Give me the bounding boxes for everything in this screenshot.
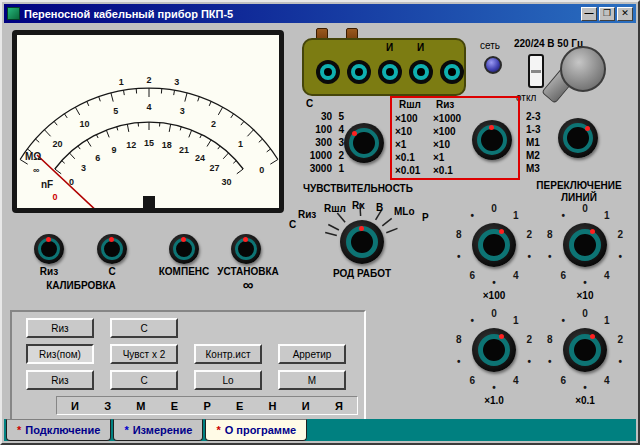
power-indicator-lamp	[484, 56, 502, 74]
dial-digit: 8	[547, 333, 553, 344]
tab-star-icon: *	[216, 424, 220, 436]
meter-mohm-label: 1	[238, 139, 243, 149]
measurements-letters: ИЗМЕРЕНИЯ	[56, 396, 358, 415]
mode-option-label: Р	[422, 212, 429, 223]
dial-digit: 0	[491, 308, 497, 319]
push-button-col3-2[interactable]: Lo	[194, 370, 262, 390]
knob-pointer-dot	[499, 229, 504, 234]
rshl-header: Rшл	[399, 99, 421, 110]
line-switch-option: 1-3	[526, 123, 560, 136]
dial-digit: 0	[491, 203, 497, 214]
calibration-label: КАЛИБРОВКА	[26, 280, 136, 291]
terminal-socket-1[interactable]	[316, 60, 340, 84]
knob-pointer-dot	[359, 226, 364, 231]
knob-pointer-dot	[243, 237, 248, 242]
decade-dial-knob[interactable]	[563, 328, 607, 372]
push-button-col2-3[interactable]: С	[110, 370, 178, 390]
terminal-i-label: И	[417, 42, 424, 53]
dial-dot: •	[561, 210, 565, 221]
mode-knob[interactable]	[340, 220, 384, 264]
multiplier-scale: ×100×1000×10×100×1×10×0.1×1×0.01×0.1	[395, 112, 469, 177]
dial-digit: 8	[547, 228, 553, 239]
push-button-col1-2[interactable]: Rиз(пом)	[26, 344, 94, 364]
dial-digit: 2	[526, 228, 532, 239]
push-button-col1-3[interactable]: Rиз	[26, 370, 94, 390]
push-button-col3-1[interactable]: Контр.ист	[194, 344, 262, 364]
terminal-socket-2[interactable]	[347, 60, 371, 84]
meter-nf-label: 12	[126, 140, 136, 150]
bottom-tab-1[interactable]: *Подключение	[6, 419, 111, 441]
dial-digit: 0	[582, 203, 588, 214]
mains-connector-knob[interactable]	[560, 46, 606, 92]
mode-option-label: Rх	[352, 200, 365, 211]
meter-nf-label: 21	[179, 145, 189, 155]
bottom-tab-3[interactable]: *О программе	[205, 419, 307, 441]
dial-digit: 1	[513, 210, 519, 221]
analog-meter: МΩ nF 0 ∞2010543210036912151821242730123	[12, 30, 284, 213]
sensitivity-knob[interactable]	[344, 123, 384, 163]
decade-dial-x01[interactable]: 012•4•6•8•	[540, 305, 630, 395]
dial-dot: •	[527, 251, 531, 262]
close-button[interactable]: ✕	[617, 7, 633, 21]
multiplier-knob[interactable]	[472, 120, 512, 160]
meter-nf-label: 6	[95, 153, 100, 163]
dial-dot: •	[470, 210, 474, 221]
tab-label: Измерение	[133, 424, 193, 436]
meter-mohm-label: 4	[146, 102, 151, 112]
maximize-button[interactable]: ❐	[599, 7, 615, 21]
meter-mohm-label: 0	[259, 165, 264, 175]
push-button-col4-1[interactable]: Арретир	[278, 344, 346, 364]
power-switch[interactable]	[528, 54, 544, 88]
decade-dial-knob[interactable]	[563, 223, 607, 267]
decade-dial-knob[interactable]	[472, 328, 516, 372]
decade-dial-x1[interactable]: 012•4•6•8•	[449, 305, 539, 395]
dial-dot: •	[618, 251, 622, 262]
dial-digit: 6	[469, 374, 475, 385]
knob-pointer-dot	[46, 237, 51, 242]
meter-nf-label: 27	[209, 163, 219, 173]
meter-mohm-label: 10	[80, 119, 90, 129]
c-knob-label: С	[90, 266, 134, 277]
title-bar[interactable]: Переносной кабельный прибор ПКП-5 — ❐ ✕	[4, 4, 636, 23]
push-button-col2-1[interactable]: С	[110, 318, 178, 338]
multiplier-option: ×0.1×1	[395, 151, 469, 164]
dial-digit: 6	[469, 269, 475, 280]
compensation-knob[interactable]	[169, 234, 199, 264]
riz-calibration-knob[interactable]	[34, 234, 64, 264]
meter-zero-mark: 0	[52, 192, 57, 202]
dial-digit: 4	[513, 374, 519, 385]
tab-bar: *Подключение*Измерение*О программе	[4, 419, 636, 441]
line-switch-scale: 2-31-3M1M2M3	[526, 110, 560, 175]
terminal-socket-5[interactable]	[440, 60, 464, 84]
dial-digit: 6	[560, 269, 566, 280]
app-icon	[7, 7, 20, 20]
push-button-col1-1[interactable]: Rиз	[26, 318, 94, 338]
meter-mohm-label: 3	[180, 106, 185, 116]
decade-dial-x10[interactable]: 012•4•6•8•	[540, 200, 630, 290]
terminal-socket-3[interactable]	[378, 60, 402, 84]
dial-dot: •	[457, 356, 461, 367]
decade-dial-x100[interactable]: 012•4•6•8•	[449, 200, 539, 290]
c-calibration-knob[interactable]	[97, 234, 127, 264]
mode-option-label: Rиз	[298, 209, 316, 220]
dial-digit: 1	[513, 315, 519, 326]
mode-tick	[337, 213, 345, 222]
sensitivity-label: ЧУВСТВИТЕЛЬНОСТЬ	[294, 183, 422, 194]
dial-digit: 2	[526, 333, 532, 344]
meter-nf-label: 9	[111, 145, 116, 155]
measurement-letter: З	[104, 400, 111, 412]
decade-dial-knob[interactable]	[472, 223, 516, 267]
push-button-col4-2[interactable]: М	[278, 370, 346, 390]
measurement-letter: М	[136, 400, 145, 412]
terminal-socket-4[interactable]	[409, 60, 433, 84]
minimize-button[interactable]: —	[581, 7, 597, 21]
dial-digit: 6	[560, 374, 566, 385]
push-button-col2-2[interactable]: Чувст х 2	[110, 344, 178, 364]
meter-nf-label: 30	[221, 177, 231, 187]
infinity-set-knob[interactable]	[231, 234, 261, 264]
bottom-tab-2[interactable]: *Измерение	[113, 419, 203, 441]
line-switch-knob[interactable]	[558, 118, 598, 158]
meter-mohm-label: ∞	[33, 165, 39, 175]
dial-label-x01: ×0.1	[540, 395, 630, 406]
tab-star-icon: *	[124, 424, 128, 436]
